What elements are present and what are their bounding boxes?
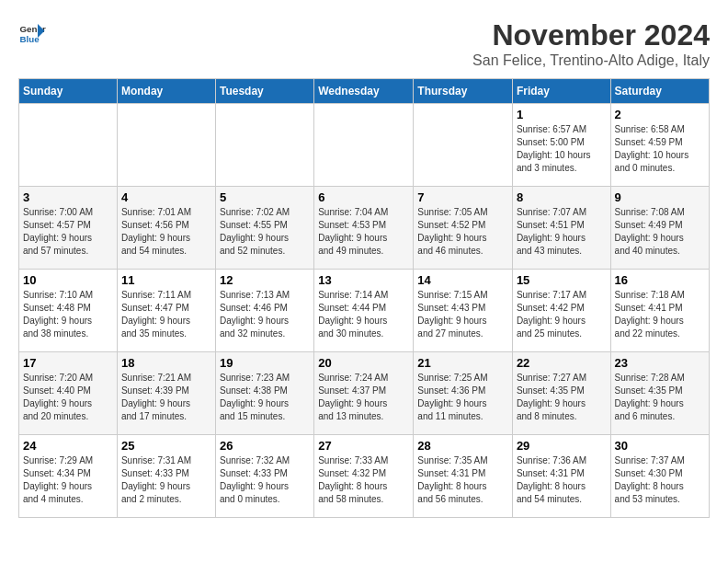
- day-info: Sunrise: 6:58 AM Sunset: 4:59 PM Dayligh…: [615, 123, 705, 175]
- day-info: Sunrise: 7:18 AM Sunset: 4:41 PM Dayligh…: [615, 289, 705, 340]
- calendar-cell: [314, 104, 414, 187]
- day-info: Sunrise: 7:32 AM Sunset: 4:33 PM Dayligh…: [220, 454, 310, 506]
- calendar-cell: 26Sunrise: 7:32 AM Sunset: 4:33 PM Dayli…: [216, 435, 314, 518]
- title-block: November 2024 San Felice, Trentino-Alto …: [472, 18, 710, 69]
- page-title: November 2024: [472, 18, 710, 52]
- day-number: 25: [121, 439, 211, 453]
- calendar-table: SundayMondayTuesdayWednesdayThursdayFrid…: [18, 78, 710, 518]
- calendar-cell: 19Sunrise: 7:23 AM Sunset: 4:38 PM Dayli…: [216, 352, 314, 435]
- day-info: Sunrise: 7:23 AM Sunset: 4:38 PM Dayligh…: [220, 372, 310, 423]
- day-number: 10: [23, 273, 113, 287]
- calendar-cell: 6Sunrise: 7:04 AM Sunset: 4:53 PM Daylig…: [314, 187, 414, 270]
- calendar-cell: 23Sunrise: 7:28 AM Sunset: 4:35 PM Dayli…: [610, 352, 709, 435]
- day-info: Sunrise: 7:01 AM Sunset: 4:56 PM Dayligh…: [121, 206, 211, 258]
- header-tuesday: Tuesday: [216, 79, 314, 104]
- calendar-cell: [117, 104, 215, 187]
- day-number: 9: [615, 190, 705, 204]
- header-saturday: Saturday: [610, 79, 709, 104]
- day-info: Sunrise: 7:27 AM Sunset: 4:35 PM Dayligh…: [517, 372, 607, 423]
- day-info: Sunrise: 7:05 AM Sunset: 4:52 PM Dayligh…: [417, 206, 508, 258]
- calendar-cell: 7Sunrise: 7:05 AM Sunset: 4:52 PM Daylig…: [414, 187, 513, 270]
- day-info: Sunrise: 7:25 AM Sunset: 4:36 PM Dayligh…: [417, 372, 508, 423]
- calendar-cell: 17Sunrise: 7:20 AM Sunset: 4:40 PM Dayli…: [19, 352, 118, 435]
- calendar-cell: [19, 104, 118, 187]
- calendar-cell: 14Sunrise: 7:15 AM Sunset: 4:43 PM Dayli…: [414, 270, 513, 352]
- day-number: 12: [220, 273, 310, 287]
- day-info: Sunrise: 7:08 AM Sunset: 4:49 PM Dayligh…: [615, 206, 705, 258]
- day-number: 6: [318, 190, 409, 204]
- day-number: 29: [517, 439, 607, 453]
- header-sunday: Sunday: [19, 79, 118, 104]
- day-info: Sunrise: 6:57 AM Sunset: 5:00 PM Dayligh…: [517, 123, 607, 175]
- day-info: Sunrise: 7:10 AM Sunset: 4:48 PM Dayligh…: [23, 289, 113, 340]
- day-number: 16: [615, 273, 705, 287]
- day-number: 14: [417, 273, 508, 287]
- day-number: 8: [517, 190, 607, 204]
- day-info: Sunrise: 7:21 AM Sunset: 4:39 PM Dayligh…: [121, 372, 211, 423]
- calendar-header-row: SundayMondayTuesdayWednesdayThursdayFrid…: [19, 79, 710, 104]
- page-subtitle: San Felice, Trentino-Alto Adige, Italy: [472, 52, 710, 69]
- day-info: Sunrise: 7:33 AM Sunset: 4:32 PM Dayligh…: [318, 454, 409, 506]
- calendar-cell: 30Sunrise: 7:37 AM Sunset: 4:30 PM Dayli…: [610, 435, 709, 518]
- day-info: Sunrise: 7:20 AM Sunset: 4:40 PM Dayligh…: [23, 372, 113, 423]
- calendar-cell: 20Sunrise: 7:24 AM Sunset: 4:37 PM Dayli…: [314, 352, 414, 435]
- day-number: 26: [220, 439, 310, 453]
- logo-icon: General Blue: [18, 18, 46, 46]
- calendar-cell: 2Sunrise: 6:58 AM Sunset: 4:59 PM Daylig…: [610, 104, 709, 187]
- calendar-cell: 21Sunrise: 7:25 AM Sunset: 4:36 PM Dayli…: [414, 352, 513, 435]
- header-friday: Friday: [512, 79, 610, 104]
- day-number: 23: [615, 356, 705, 370]
- day-info: Sunrise: 7:28 AM Sunset: 4:35 PM Dayligh…: [615, 372, 705, 423]
- day-number: 27: [318, 439, 409, 453]
- day-number: 24: [23, 439, 113, 453]
- day-info: Sunrise: 7:14 AM Sunset: 4:44 PM Dayligh…: [318, 289, 409, 340]
- day-number: 7: [417, 190, 508, 204]
- calendar-week-4: 17Sunrise: 7:20 AM Sunset: 4:40 PM Dayli…: [19, 352, 710, 435]
- day-info: Sunrise: 7:11 AM Sunset: 4:47 PM Dayligh…: [121, 289, 211, 340]
- calendar-cell: 3Sunrise: 7:00 AM Sunset: 4:57 PM Daylig…: [19, 187, 118, 270]
- calendar-week-2: 3Sunrise: 7:00 AM Sunset: 4:57 PM Daylig…: [19, 187, 710, 270]
- day-number: 17: [23, 356, 113, 370]
- calendar-week-3: 10Sunrise: 7:10 AM Sunset: 4:48 PM Dayli…: [19, 270, 710, 352]
- day-number: 20: [318, 356, 409, 370]
- day-number: 21: [417, 356, 508, 370]
- calendar-cell: 22Sunrise: 7:27 AM Sunset: 4:35 PM Dayli…: [512, 352, 610, 435]
- calendar-cell: 12Sunrise: 7:13 AM Sunset: 4:46 PM Dayli…: [216, 270, 314, 352]
- calendar-cell: [216, 104, 314, 187]
- calendar-cell: 10Sunrise: 7:10 AM Sunset: 4:48 PM Dayli…: [19, 270, 118, 352]
- calendar-cell: 1Sunrise: 6:57 AM Sunset: 5:00 PM Daylig…: [512, 104, 610, 187]
- day-number: 30: [615, 439, 705, 453]
- header-monday: Monday: [117, 79, 215, 104]
- calendar-cell: 28Sunrise: 7:35 AM Sunset: 4:31 PM Dayli…: [414, 435, 513, 518]
- day-number: 15: [517, 273, 607, 287]
- calendar-cell: 11Sunrise: 7:11 AM Sunset: 4:47 PM Dayli…: [117, 270, 215, 352]
- calendar-cell: 5Sunrise: 7:02 AM Sunset: 4:55 PM Daylig…: [216, 187, 314, 270]
- calendar-cell: 9Sunrise: 7:08 AM Sunset: 4:49 PM Daylig…: [610, 187, 709, 270]
- day-number: 4: [121, 190, 211, 204]
- day-info: Sunrise: 7:17 AM Sunset: 4:42 PM Dayligh…: [517, 289, 607, 340]
- header-wednesday: Wednesday: [314, 79, 414, 104]
- calendar-week-5: 24Sunrise: 7:29 AM Sunset: 4:34 PM Dayli…: [19, 435, 710, 518]
- page-header: General Blue November 2024 San Felice, T…: [18, 18, 710, 69]
- calendar-cell: 27Sunrise: 7:33 AM Sunset: 4:32 PM Dayli…: [314, 435, 414, 518]
- day-info: Sunrise: 7:35 AM Sunset: 4:31 PM Dayligh…: [417, 454, 508, 506]
- day-info: Sunrise: 7:24 AM Sunset: 4:37 PM Dayligh…: [318, 372, 409, 423]
- day-info: Sunrise: 7:36 AM Sunset: 4:31 PM Dayligh…: [517, 454, 607, 506]
- day-info: Sunrise: 7:31 AM Sunset: 4:33 PM Dayligh…: [121, 454, 211, 506]
- day-number: 1: [517, 108, 607, 121]
- day-number: 2: [615, 108, 705, 121]
- day-info: Sunrise: 7:02 AM Sunset: 4:55 PM Dayligh…: [220, 206, 310, 258]
- calendar-cell: 13Sunrise: 7:14 AM Sunset: 4:44 PM Dayli…: [314, 270, 414, 352]
- calendar-cell: 15Sunrise: 7:17 AM Sunset: 4:42 PM Dayli…: [512, 270, 610, 352]
- calendar-cell: 16Sunrise: 7:18 AM Sunset: 4:41 PM Dayli…: [610, 270, 709, 352]
- day-number: 5: [220, 190, 310, 204]
- day-number: 22: [517, 356, 607, 370]
- calendar-cell: 29Sunrise: 7:36 AM Sunset: 4:31 PM Dayli…: [512, 435, 610, 518]
- calendar-cell: 4Sunrise: 7:01 AM Sunset: 4:56 PM Daylig…: [117, 187, 215, 270]
- day-info: Sunrise: 7:07 AM Sunset: 4:51 PM Dayligh…: [517, 206, 607, 258]
- day-info: Sunrise: 7:04 AM Sunset: 4:53 PM Dayligh…: [318, 206, 409, 258]
- day-number: 19: [220, 356, 310, 370]
- day-info: Sunrise: 7:00 AM Sunset: 4:57 PM Dayligh…: [23, 206, 113, 258]
- day-number: 11: [121, 273, 211, 287]
- header-thursday: Thursday: [414, 79, 513, 104]
